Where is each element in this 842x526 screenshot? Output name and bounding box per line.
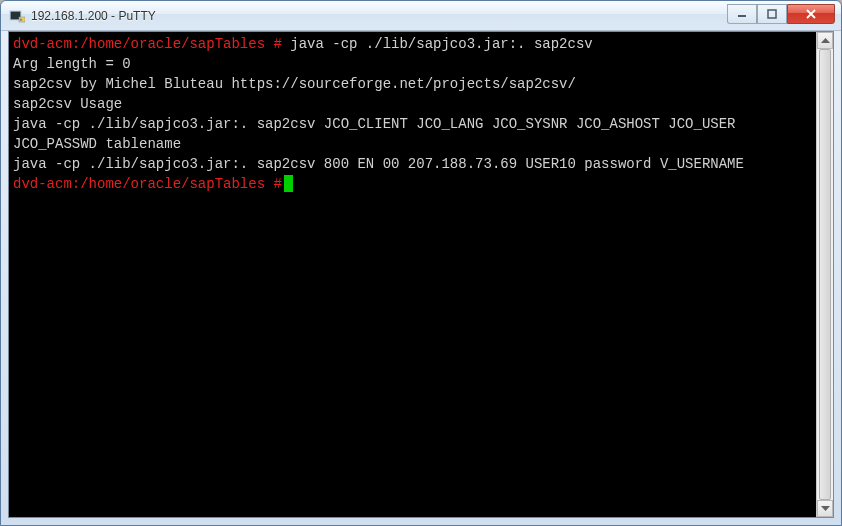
window-title: 192.168.1.200 - PuTTY [31,9,727,23]
titlebar[interactable]: 192.168.1.200 - PuTTY [1,1,841,31]
terminal-cursor [284,175,293,192]
output-line: java -cp ./lib/sapjco3.jar:. sap2csv JCO… [13,116,744,152]
window-controls [727,4,835,24]
close-button[interactable] [787,4,835,24]
terminal[interactable]: dvd-acm:/home/oracle/sapTables # java -c… [9,32,816,517]
client-area: dvd-acm:/home/oracle/sapTables # java -c… [8,31,834,518]
svg-rect-4 [768,10,776,18]
app-window: 192.168.1.200 - PuTTY dvd-acm:/home/orac… [0,0,842,526]
svg-rect-3 [738,15,746,17]
shell-prompt: dvd-acm:/home/oracle/sapTables # [13,36,282,52]
scroll-down-button[interactable] [817,500,833,517]
output-line: Arg length = 0 [13,56,131,72]
maximize-button[interactable] [757,4,787,24]
output-line: sap2csv by Michel Bluteau https://source… [13,76,576,92]
vertical-scrollbar[interactable] [816,32,833,517]
putty-icon [9,8,25,24]
svg-rect-1 [11,12,20,19]
shell-prompt: dvd-acm:/home/oracle/sapTables # [13,176,282,192]
scroll-up-button[interactable] [817,32,833,49]
scrollbar-thumb[interactable] [819,49,831,500]
scrollbar-track[interactable] [817,49,833,500]
output-line: sap2csv Usage [13,96,122,112]
command-text: java -cp ./lib/sapjco3.jar:. sap2csv [282,36,593,52]
minimize-button[interactable] [727,4,757,24]
output-line: java -cp ./lib/sapjco3.jar:. sap2csv 800… [13,156,744,172]
